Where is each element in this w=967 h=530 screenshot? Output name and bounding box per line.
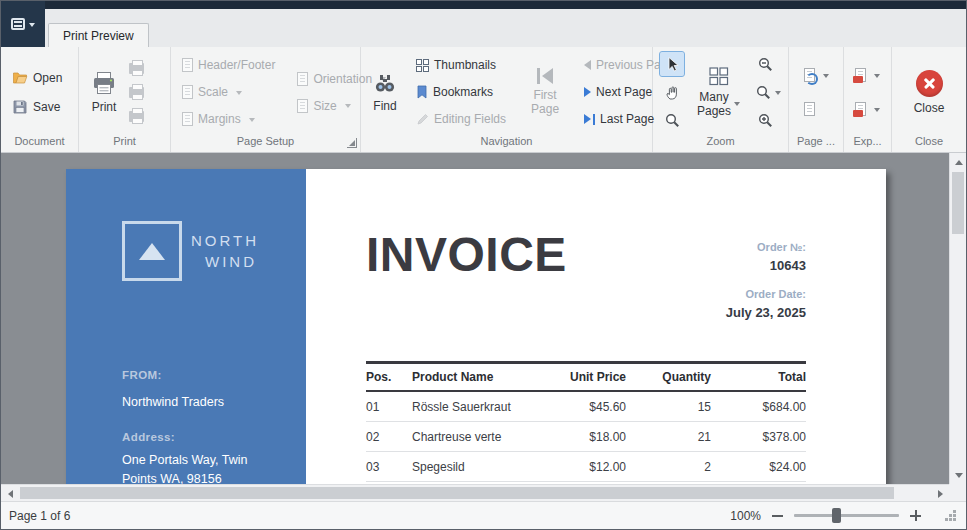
zoom-slider-thumb[interactable] — [832, 508, 841, 523]
zoom-factor-button[interactable] — [753, 80, 783, 104]
header-footer-label: Header/Footer — [198, 58, 275, 72]
scroll-down-button[interactable] — [950, 467, 967, 484]
quick-print-icon[interactable] — [129, 87, 144, 98]
preview-area[interactable]: NORTH WIND FROM: Northwind Traders Addre… — [1, 153, 949, 484]
magnifier-icon — [755, 84, 772, 101]
group-document: Open Save Document — [1, 47, 79, 152]
northwind-logo: NORTH WIND — [122, 221, 259, 281]
scale-button[interactable]: Scale — [178, 83, 279, 101]
save-floppy-icon — [12, 99, 28, 115]
open-button[interactable]: Open — [8, 68, 66, 88]
binoculars-icon — [373, 71, 397, 95]
export-file-icon — [855, 68, 866, 82]
save-label: Save — [33, 100, 60, 114]
cell-quantity: 2 — [626, 460, 711, 474]
thumbnails-label: Thumbnails — [434, 58, 496, 72]
address-line2: Points WA, 98156 — [122, 470, 288, 484]
find-button[interactable]: Find — [368, 69, 402, 115]
th-pos: Pos. — [366, 370, 412, 384]
chevron-down-icon — [236, 91, 242, 98]
arrow-up-icon — [955, 156, 963, 165]
bookmark-icon — [416, 85, 428, 99]
pointer-tool-button[interactable] — [660, 52, 684, 76]
zoom-in-small-button[interactable] — [909, 509, 922, 522]
dialog-launcher-icon[interactable] — [347, 138, 357, 148]
cell-unit-price: $45.60 — [516, 400, 626, 414]
scroll-right-button[interactable] — [932, 485, 949, 502]
zoom-controls: 100% — [730, 509, 958, 523]
close-label: Close — [914, 101, 945, 115]
scroll-left-button[interactable] — [1, 485, 18, 502]
page-background-button[interactable] — [800, 66, 833, 84]
vertical-scrollbar[interactable] — [949, 153, 966, 484]
many-pages-button[interactable]: Many Pages — [692, 65, 745, 120]
group-caption-close: Close — [892, 133, 966, 152]
zoom-out-small-button[interactable] — [771, 509, 784, 522]
size-label: Size — [313, 99, 336, 113]
ribbon: Open Save Document Print — [1, 47, 966, 153]
vertical-scroll-thumb[interactable] — [952, 172, 964, 234]
printer-icon — [91, 70, 117, 96]
cell-unit-price: $12.00 — [516, 460, 626, 474]
editing-fields-button[interactable]: Editing Fields — [412, 110, 510, 128]
order-date-label: Order Date: — [726, 288, 806, 300]
cell-quantity: 15 — [626, 400, 711, 414]
export-document-button[interactable] — [851, 66, 884, 84]
zoom-out-button[interactable] — [753, 52, 777, 76]
table-row: 02 Chartreuse verte $18.00 21 $378.00 — [366, 422, 806, 452]
editing-fields-label: Editing Fields — [434, 112, 506, 126]
print-label: Print — [92, 100, 117, 114]
resize-grip[interactable] — [944, 509, 958, 523]
horizontal-scrollbar[interactable] — [1, 484, 949, 501]
bookmarks-label: Bookmarks — [433, 85, 493, 99]
cell-pos: 03 — [366, 460, 412, 474]
order-date-value: July 23, 2025 — [726, 305, 806, 320]
app-menu-button[interactable] — [1, 1, 45, 47]
zoom-slider[interactable] — [794, 514, 899, 517]
tab-print-preview[interactable]: Print Preview — [48, 23, 149, 47]
bookmarks-button[interactable]: Bookmarks — [412, 83, 510, 101]
zoom-in-button[interactable] — [753, 108, 777, 132]
close-button[interactable]: Close — [909, 68, 950, 117]
page-refresh-icon — [804, 68, 815, 82]
previous-page-icon — [584, 60, 591, 70]
header-footer-icon — [182, 58, 193, 72]
address-label: Address: — [122, 431, 288, 443]
print-dialog-icon[interactable] — [129, 111, 144, 122]
group-close: Close Close — [892, 47, 966, 152]
next-page-icon — [584, 87, 591, 97]
cell-product: Rössle Sauerkraut — [412, 400, 516, 414]
scrollbar-corner — [949, 484, 966, 501]
arrow-down-icon — [955, 473, 963, 482]
send-document-button[interactable] — [851, 100, 884, 118]
thumbnails-button[interactable]: Thumbnails — [412, 56, 510, 74]
magnifier-tool-button[interactable] — [660, 108, 684, 132]
many-pages-icon — [709, 67, 729, 86]
cell-total: $378.00 — [711, 430, 806, 444]
scroll-up-button[interactable] — [950, 153, 967, 170]
watermark-button[interactable] — [800, 100, 833, 118]
group-page-setup: Header/Footer Scale Margins — [171, 47, 361, 152]
group-caption-navigation: Navigation — [361, 133, 652, 152]
print-preview-window: Print Preview Open Save Document — [0, 0, 967, 530]
print-button[interactable]: Print — [86, 68, 122, 116]
margins-button[interactable]: Margins — [178, 110, 279, 128]
ribbon-tab-row: Print Preview — [45, 9, 966, 47]
first-page-button[interactable]: First Page — [520, 66, 570, 119]
last-page-label: Last Page — [600, 112, 654, 126]
header-footer-button[interactable]: Header/Footer — [178, 56, 279, 74]
titlebar-strip — [1, 1, 966, 9]
pencil-icon — [416, 113, 429, 126]
hand-tool-button[interactable] — [660, 80, 684, 104]
margins-label: Margins — [198, 112, 241, 126]
group-caption-export: Exp... — [844, 133, 891, 152]
print-options-icon[interactable] — [129, 63, 144, 74]
orientation-icon — [297, 72, 308, 86]
save-button[interactable]: Save — [8, 97, 66, 117]
horizontal-scroll-thumb[interactable] — [20, 487, 894, 499]
chevron-down-icon — [874, 74, 880, 81]
group-caption-page-setup: Page Setup — [171, 133, 360, 152]
group-caption-print: Print — [79, 133, 170, 152]
group-print: Print Print — [79, 47, 171, 152]
magnifier-icon — [664, 112, 681, 129]
